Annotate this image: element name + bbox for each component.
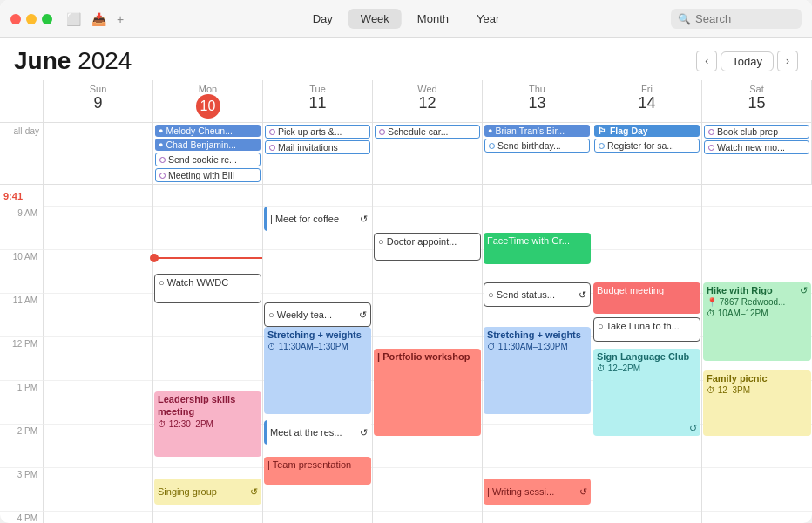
dot-icon xyxy=(599,143,605,149)
nav-buttons: ‹ Today › xyxy=(696,51,798,71)
event-stretching-thu[interactable]: Stretching + weights ⏱ 11:30AM–1:30PM xyxy=(484,327,591,414)
close-button[interactable] xyxy=(10,14,21,24)
dot-icon xyxy=(159,157,166,163)
current-time-dot xyxy=(150,254,159,262)
allday-sat: Book club prep Watch new mo... xyxy=(702,123,812,184)
calendar-window: ⬜ 📥 + Day Week Month Year 🔍 June 2024 ‹ … xyxy=(0,0,812,523)
event-luna[interactable]: ○ Take Luna to th... xyxy=(593,317,700,342)
current-time-label: 9:41 xyxy=(2,191,24,201)
time-4pm: 4 PM xyxy=(0,512,44,523)
event-sign-language[interactable]: Sign Language Club ⏱ 12–2PM ↺ xyxy=(593,349,700,436)
month-header: June 2024 ‹ Today › xyxy=(0,38,812,80)
event-family-picnic[interactable]: Family picnic ⏱ 12–3PM xyxy=(703,370,811,436)
day-header-mon: Mon 10 xyxy=(153,80,263,122)
event-stretching-tue[interactable]: Stretching + weights ⏱ 11:30AM–1:30PM xyxy=(264,327,371,414)
search-input[interactable] xyxy=(695,12,795,25)
month-year-title: June 2024 xyxy=(14,47,132,75)
event-meeting-bill[interactable]: Meeting with Bill xyxy=(155,168,261,182)
event-singing[interactable]: Singing group↺ xyxy=(154,479,261,505)
event-leadership[interactable]: Leadership skills meeting ⏱ 12:30–2PM xyxy=(154,391,261,457)
event-flag-day[interactable]: 🏳 Flag Day xyxy=(594,125,700,137)
tab-year[interactable]: Year xyxy=(464,9,511,29)
day-headers: Sun 9 Mon 10 Tue 11 Wed 12 Thu 13 xyxy=(0,80,812,123)
titlebar: ⬜ 📥 + Day Week Month Year 🔍 xyxy=(0,0,812,38)
event-book-club[interactable]: Book club prep xyxy=(704,125,809,139)
event-icon: ● xyxy=(159,140,163,149)
event-watch-new[interactable]: Watch new mo... xyxy=(704,140,809,154)
current-time-line xyxy=(153,257,262,259)
col-wed: ○ Doctor appoint... | Portfolio workshop xyxy=(373,185,483,523)
allday-thu: ● Brian Tran's Bir... Send birthday... xyxy=(483,123,592,184)
allday-wed: Schedule car... xyxy=(373,123,483,184)
dot-icon xyxy=(708,145,714,151)
event-send-birthday[interactable]: Send birthday... xyxy=(484,139,590,153)
col-fri: Budget meeting ○ Take Luna to th... Sign… xyxy=(592,185,702,523)
event-doctor[interactable]: ○ Doctor appoint... xyxy=(374,233,481,261)
event-brian-bday[interactable]: ● Brian Tran's Bir... xyxy=(484,125,590,137)
time-3pm: 3 PM xyxy=(0,468,44,512)
time-grid: 9:41 9 AM 10 AM 11 AM 12 PM 1 PM 2 PM 3 … xyxy=(0,185,812,523)
event-register[interactable]: Register for sa... xyxy=(594,139,700,153)
today-button[interactable]: Today xyxy=(721,51,774,71)
titlebar-right: 🔍 xyxy=(671,9,802,29)
event-budget[interactable]: Budget meeting xyxy=(593,282,700,314)
event-meet-res[interactable]: Meet at the res...↺ xyxy=(264,420,371,445)
event-hike[interactable]: Hike with Rigo ↺ 📍 7867 Redwood... ⏱ 10A… xyxy=(703,282,811,361)
inbox-icon[interactable]: 📥 xyxy=(91,12,106,26)
tab-week[interactable]: Week xyxy=(348,9,402,29)
event-watch-wwdc[interactable]: ○ Watch WWDC xyxy=(154,274,261,303)
dot-icon xyxy=(708,129,714,135)
event-team-presentation[interactable]: | Team presentation xyxy=(264,457,371,485)
dot-icon xyxy=(269,145,275,151)
search-icon: 🔍 xyxy=(678,13,691,25)
event-send-status[interactable]: ○ Send status...↺ xyxy=(484,282,591,307)
event-meet-coffee[interactable]: | Meet for coffee↺ xyxy=(264,207,371,231)
time-12pm: 12 PM xyxy=(0,337,44,381)
event-send-cookie[interactable]: Send cookie re... xyxy=(155,153,261,166)
calendar-grid: Sun 9 Mon 10 Tue 11 Wed 12 Thu 13 xyxy=(0,80,812,523)
col-sat: Hike with Rigo ↺ 📍 7867 Redwood... ⏱ 10A… xyxy=(702,185,812,523)
dot-icon xyxy=(489,143,495,149)
search-box[interactable]: 🔍 xyxy=(671,9,802,29)
event-icon: ● xyxy=(159,126,163,135)
allday-tue: Pick up arts &... Mail invitations xyxy=(263,123,373,184)
sidebar-toggle-icon[interactable]: ⬜ xyxy=(66,12,81,26)
allday-row: all-day ● Melody Cheun... ● Chad Benjami… xyxy=(0,123,812,185)
event-facetime[interactable]: FaceTime with Gr... xyxy=(484,233,591,264)
event-pickup-arts[interactable]: Pick up arts &... xyxy=(265,125,370,139)
allday-fri: 🏳 Flag Day Register for sa... xyxy=(592,123,702,184)
add-icon[interactable]: + xyxy=(117,12,124,26)
col-sun xyxy=(44,185,153,523)
traffic-lights xyxy=(10,14,52,24)
day-header-fri: Fri 14 xyxy=(592,80,702,122)
tab-month[interactable]: Month xyxy=(405,9,461,29)
maximize-button[interactable] xyxy=(42,14,52,24)
next-button[interactable]: › xyxy=(777,51,798,71)
day-header-thu: Thu 13 xyxy=(483,80,592,122)
day-header-sun: Sun 9 xyxy=(44,80,153,122)
dot-icon xyxy=(379,129,385,135)
time-column: 9:41 9 AM 10 AM 11 AM 12 PM 1 PM 2 PM 3 … xyxy=(0,185,44,523)
event-chad[interactable]: ● Chad Benjamin... xyxy=(155,139,261,151)
allday-sun xyxy=(44,123,153,184)
day-header-wed: Wed 12 xyxy=(373,80,483,122)
col-thu: FaceTime with Gr... ○ Send status...↺ St… xyxy=(483,185,592,523)
day-header-tue: Tue 11 xyxy=(263,80,373,122)
minimize-button[interactable] xyxy=(26,14,37,24)
event-writing[interactable]: | Writing sessi...↺ xyxy=(484,479,591,505)
event-mail-invitations[interactable]: Mail invitations xyxy=(265,140,370,154)
tab-day[interactable]: Day xyxy=(301,9,345,29)
dot-icon xyxy=(159,173,166,179)
col-tue: | Meet for coffee↺ ○ Weekly tea...↺ Stre… xyxy=(263,185,373,523)
main-content: June 2024 ‹ Today › Sun 9 Mon 10 xyxy=(0,38,812,523)
event-weekly-tea[interactable]: ○ Weekly tea...↺ xyxy=(264,302,371,327)
view-tabs: Day Week Month Year xyxy=(301,9,512,29)
event-schedule-car[interactable]: Schedule car... xyxy=(375,125,480,139)
dot-icon xyxy=(269,129,275,135)
header-spacer xyxy=(0,80,44,122)
day-header-sat: Sat 15 xyxy=(702,80,812,122)
event-portfolio[interactable]: | Portfolio workshop xyxy=(374,349,481,436)
time-2pm: 2 PM xyxy=(0,425,44,468)
event-melody[interactable]: ● Melody Cheun... xyxy=(155,125,261,137)
prev-button[interactable]: ‹ xyxy=(696,51,717,71)
